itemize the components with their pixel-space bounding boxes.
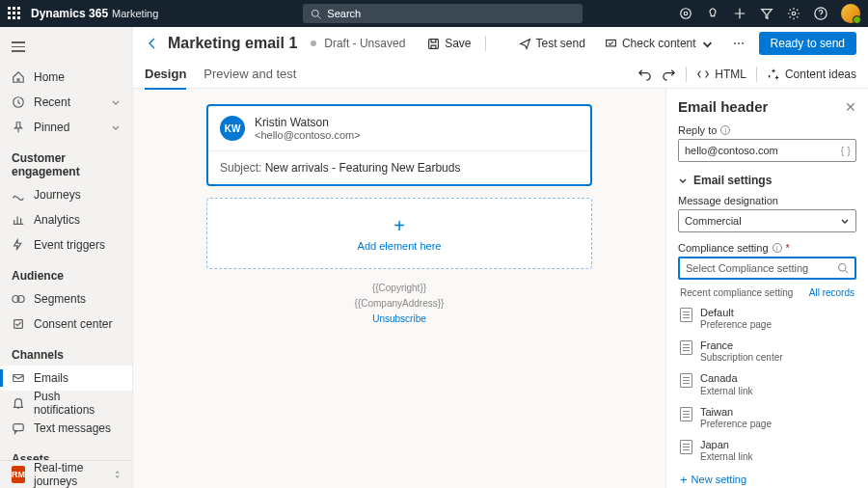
compliance-option[interactable]: JapanExternal link	[678, 434, 856, 467]
html-button[interactable]: HTML	[696, 68, 746, 81]
area-switcher[interactable]: RM Real-time journeys	[0, 461, 132, 488]
personalize-icon[interactable]: { }	[841, 145, 851, 156]
search-placeholder: Search	[327, 8, 361, 19]
ready-to-send-button[interactable]: Ready to send	[759, 32, 856, 55]
designation-label: Message designation	[678, 195, 856, 206]
compliance-option[interactable]: TaiwanPreference page	[678, 401, 856, 434]
user-avatar[interactable]	[841, 4, 860, 23]
page-title: Marketing email 1	[168, 35, 297, 52]
record-icon	[680, 308, 692, 322]
main-area: Marketing email 1 Draft - Unsaved Save T…	[133, 27, 868, 488]
compliance-option[interactable]: FranceSubscription center	[678, 335, 856, 367]
close-panel-button[interactable]: ✕	[845, 99, 856, 115]
nav-consent-center[interactable]: Consent center	[0, 312, 132, 337]
svg-rect-12	[429, 39, 439, 48]
back-button[interactable]	[145, 36, 160, 51]
nav-pinned[interactable]: Pinned	[0, 115, 132, 140]
segments-icon	[12, 292, 25, 306]
save-icon	[427, 38, 440, 50]
compliance-option[interactable]: DefaultPreference page	[678, 302, 856, 335]
undo-button[interactable]	[637, 67, 652, 81]
gear-icon[interactable]	[787, 7, 800, 20]
pin-icon	[12, 121, 25, 134]
global-search[interactable]: Search	[303, 4, 583, 23]
check-content-button[interactable]: Check content	[599, 32, 719, 55]
tab-design[interactable]: Design	[145, 60, 186, 89]
tab-preview[interactable]: Preview and test	[203, 60, 296, 89]
unsubscribe-link[interactable]: Unsubscribe	[355, 312, 445, 327]
menu-toggle[interactable]	[0, 35, 132, 65]
email-header-block[interactable]: KW Kristin Watson <hello@contoso.com> Su…	[206, 104, 592, 186]
compliance-dropdown: Recent compliance settingAll records Def…	[678, 284, 856, 488]
svg-rect-13	[607, 40, 616, 46]
info-icon[interactable]: i	[720, 125, 730, 135]
record-icon	[680, 440, 692, 454]
nav-push-notifications[interactable]: Push notifications	[0, 391, 132, 416]
nav-segments[interactable]: Segments	[0, 286, 132, 312]
sender-name: Kristin Watson	[255, 116, 361, 129]
app-launcher-icon[interactable]	[8, 7, 21, 20]
save-dropdown[interactable]	[494, 32, 505, 55]
nav-recent[interactable]: Recent	[0, 90, 132, 115]
add-element-dropzone[interactable]: + Add element here	[206, 198, 592, 269]
tab-bar: Design Preview and test HTML Content ide…	[133, 60, 868, 89]
subject-row[interactable]: Subject: New arrivals - Featuring New Ea…	[208, 150, 590, 184]
chevron-down-icon	[678, 176, 688, 185]
record-status: Draft - Unsaved	[324, 37, 405, 50]
svg-point-3	[792, 12, 796, 15]
test-send-button[interactable]: Test send	[513, 32, 591, 55]
group-customer-engagement: Customer engagement	[0, 140, 132, 182]
subject-text: New arrivals - Featuring New Earbuds	[265, 161, 461, 175]
sms-icon	[12, 421, 25, 435]
redo-button[interactable]	[662, 67, 676, 81]
search-icon	[837, 262, 849, 274]
trigger-icon	[12, 238, 25, 252]
chevron-down-icon	[701, 38, 714, 50]
filter-icon[interactable]	[760, 7, 773, 20]
updown-icon	[114, 469, 121, 480]
target-icon[interactable]	[679, 7, 692, 20]
save-button[interactable]: Save	[421, 32, 476, 55]
designation-select[interactable]: Commercial	[678, 209, 856, 232]
svg-rect-8	[14, 319, 23, 328]
info-icon[interactable]: i	[773, 243, 782, 253]
clock-icon	[12, 95, 25, 109]
svg-rect-9	[14, 374, 24, 381]
code-icon	[696, 68, 710, 81]
nav-journeys[interactable]: Journeys	[0, 182, 132, 207]
nav-event-triggers[interactable]: Event triggers	[0, 232, 132, 258]
nav-text-messages[interactable]: Text messages	[0, 416, 132, 441]
topbar-actions	[679, 4, 860, 23]
content-ideas-button[interactable]: Content ideas	[767, 68, 856, 81]
svg-rect-10	[14, 423, 24, 430]
email-canvas: KW Kristin Watson <hello@contoso.com> Su…	[133, 89, 665, 488]
group-channels: Channels	[0, 337, 132, 366]
reply-to-label: Reply toi	[678, 124, 856, 136]
new-setting-button[interactable]: +New setting	[678, 467, 856, 488]
record-icon	[680, 340, 692, 355]
email-footer-text: {{Copyright}} {{CompanyAddress}} Unsubsc…	[355, 281, 445, 327]
help-icon[interactable]	[814, 7, 827, 20]
status-dot	[311, 41, 316, 46]
overflow-button[interactable]: ⋯	[727, 32, 751, 55]
email-icon	[12, 371, 25, 385]
nav-analytics[interactable]: Analytics	[0, 207, 132, 232]
record-icon	[680, 407, 692, 421]
analytics-icon	[12, 213, 25, 227]
plus-icon[interactable]	[733, 7, 746, 20]
compliance-option[interactable]: CanadaExternal link	[678, 367, 856, 400]
lightbulb-icon[interactable]	[706, 7, 719, 20]
all-records-link[interactable]: All records	[809, 287, 854, 298]
reply-to-input[interactable]: hello@contoso.com{ }	[678, 139, 856, 162]
search-icon	[311, 9, 321, 19]
nav-emails[interactable]: Emails	[0, 366, 132, 391]
chevron-down-icon	[111, 97, 121, 107]
global-topbar: Dynamics 365Marketing Search	[0, 0, 868, 27]
sidebar-footer: RM Real-time journeys	[0, 460, 132, 488]
nav-home[interactable]: Home	[0, 65, 132, 90]
compliance-lookup[interactable]: Select Compliance setting	[678, 257, 856, 280]
svg-point-0	[312, 10, 319, 16]
add-element-label: Add element here	[358, 240, 442, 252]
email-settings-toggle[interactable]: Email settings	[678, 174, 856, 187]
home-icon	[12, 70, 25, 84]
